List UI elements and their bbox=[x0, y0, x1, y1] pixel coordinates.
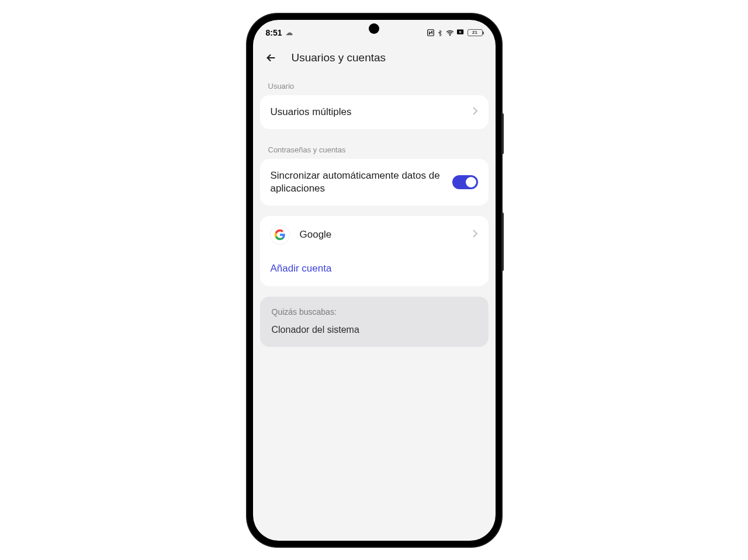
google-icon bbox=[271, 225, 289, 244]
phone-side-button bbox=[501, 213, 504, 271]
phone-frame: 8:51 ☁ ✕ 21 bbox=[247, 14, 501, 547]
google-account-row[interactable]: Google bbox=[260, 216, 489, 253]
system-cloner-item[interactable]: Clonador del sistema bbox=[260, 321, 489, 347]
cloud-icon: ☁ bbox=[286, 29, 293, 37]
nfc-icon bbox=[427, 29, 435, 37]
phone-side-button bbox=[501, 113, 504, 154]
status-left: 8:51 ☁ bbox=[266, 28, 293, 37]
back-button[interactable] bbox=[265, 51, 278, 64]
accounts-card: Google Añadir cuenta bbox=[260, 216, 489, 286]
signal-icon: ✕ bbox=[457, 29, 465, 36]
battery-level: 21 bbox=[472, 30, 477, 35]
add-account-row[interactable]: Añadir cuenta bbox=[260, 253, 489, 286]
sync-card: Sincronizar automáticamente datos de apl… bbox=[260, 159, 489, 206]
auto-sync-toggle[interactable] bbox=[452, 175, 478, 189]
google-account-label: Google bbox=[300, 229, 462, 241]
auto-sync-label: Sincronizar automáticamente datos de apl… bbox=[271, 169, 452, 195]
section-label-passwords: Contraseñas y cuentas bbox=[260, 140, 489, 159]
status-right: ✕ 21 bbox=[427, 29, 483, 37]
svg-text:✕: ✕ bbox=[459, 30, 462, 33]
phone-screen: 8:51 ☁ ✕ 21 bbox=[253, 20, 496, 541]
chevron-right-icon bbox=[472, 106, 478, 118]
camera-notch bbox=[369, 23, 379, 34]
status-time: 8:51 bbox=[266, 28, 282, 37]
content-area: Usuario Usuarios múltiples Contraseñas y… bbox=[253, 76, 496, 347]
page-header: Usuarios y cuentas bbox=[253, 41, 496, 76]
suggestions-label: Quizás buscabas: bbox=[260, 297, 489, 321]
suggestions-card: Quizás buscabas: Clonador del sistema bbox=[260, 297, 489, 347]
add-account-label: Añadir cuenta bbox=[271, 263, 332, 274]
multiple-users-label: Usuarios múltiples bbox=[271, 106, 472, 119]
battery-icon: 21 bbox=[468, 29, 483, 36]
user-card: Usuarios múltiples bbox=[260, 95, 489, 129]
page-title: Usuarios y cuentas bbox=[292, 51, 386, 64]
auto-sync-row[interactable]: Sincronizar automáticamente datos de apl… bbox=[260, 159, 489, 206]
section-label-user: Usuario bbox=[260, 76, 489, 95]
bluetooth-icon bbox=[437, 29, 443, 37]
wifi-icon bbox=[445, 29, 455, 37]
multiple-users-row[interactable]: Usuarios múltiples bbox=[260, 95, 489, 129]
chevron-right-icon bbox=[472, 229, 478, 241]
